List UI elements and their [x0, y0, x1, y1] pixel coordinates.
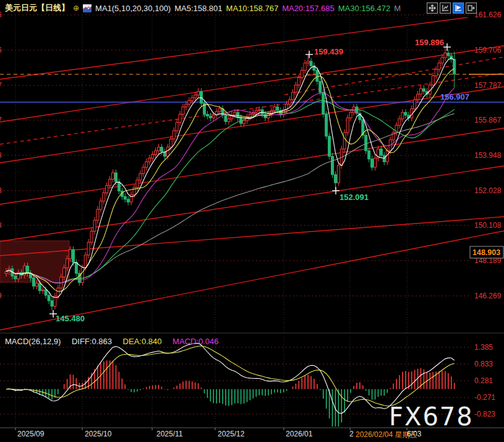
y-axis-label-left-fragment: 8	[0, 186, 2, 195]
candle	[69, 249, 72, 259]
candle	[349, 113, 352, 118]
candle	[112, 173, 114, 179]
chart-type-icon[interactable]	[83, 4, 92, 12]
axis-chart-icon[interactable]	[440, 2, 451, 14]
y-axis-label-left-fragment: 6	[0, 46, 2, 54]
axis-chart-selected-icon[interactable]	[453, 2, 464, 14]
candle	[212, 115, 215, 118]
candle	[182, 107, 184, 115]
candle	[258, 110, 260, 110]
candle	[444, 53, 446, 58]
candle	[152, 155, 154, 158]
candle	[72, 249, 74, 262]
y-axis-label: 153.948	[474, 151, 502, 160]
candle	[255, 111, 257, 113]
candle	[319, 81, 322, 92]
candle	[81, 268, 83, 283]
candle	[365, 136, 367, 151]
symbol-title: 美元日元【日线】	[5, 2, 69, 14]
candle	[41, 290, 44, 290]
candle	[142, 167, 145, 173]
candle	[453, 59, 456, 74]
candle	[441, 58, 443, 63]
trend-channel-line[interactable]	[0, 166, 504, 241]
x-axis-label: 2026/01	[286, 430, 312, 438]
trend-channel-line[interactable]	[0, 46, 504, 122]
candle	[179, 115, 181, 123]
candle	[249, 115, 251, 117]
candle	[35, 284, 38, 286]
candle	[447, 53, 450, 56]
move-crosshair-icon[interactable]	[427, 2, 438, 14]
candle	[27, 266, 29, 274]
candle	[273, 107, 276, 111]
ma5-value: MA5:158.801	[174, 4, 222, 13]
candle	[322, 92, 325, 114]
candle	[93, 220, 96, 232]
candle	[228, 119, 230, 121]
candle	[14, 276, 17, 279]
macd-axis-label: -0.823	[474, 410, 495, 418]
candle	[87, 242, 90, 255]
candle	[66, 259, 69, 268]
ma10-value: MA10:158.767	[226, 4, 279, 13]
price-annotation: 152.091	[340, 193, 369, 202]
candle	[234, 113, 236, 115]
candle	[176, 123, 178, 131]
price-annotation: 159.439	[314, 47, 343, 56]
candle	[325, 115, 328, 136]
candle	[438, 63, 440, 69]
y-axis-label-left-fragment: 9	[0, 292, 2, 300]
pin-icon[interactable]: ⊕	[73, 4, 79, 12]
candle	[243, 121, 246, 123]
y-axis-label-left-fragment: 8	[0, 221, 2, 230]
ma30-value: MA30:156.472	[338, 4, 391, 13]
candle	[194, 95, 197, 98]
candle	[301, 71, 303, 78]
trend-channel-line[interactable]	[0, 128, 504, 204]
candle	[334, 175, 336, 183]
candle	[346, 118, 349, 132]
candle	[297, 77, 300, 85]
x-axis-label: 2	[349, 430, 354, 438]
macd-hist-value: MACD:0.046	[173, 337, 218, 346]
candle	[32, 278, 35, 286]
price-macd-chart-canvas[interactable]: 161.6266159.7066157.7877155.8677153.9488…	[0, 0, 504, 442]
candle	[294, 85, 297, 92]
macd-legend: MACD(26,12,9) DIFF:0.863 DEA:0.840 MACD:…	[5, 337, 228, 346]
ma-params-label: MA1(5,10,20,30,100)	[95, 4, 171, 13]
candle	[343, 132, 346, 149]
y-axis-label: 152.028	[474, 186, 502, 195]
candle	[307, 61, 309, 63]
candle	[136, 180, 139, 188]
y-axis-label-left-fragment: 7	[0, 81, 2, 90]
candle	[331, 156, 334, 175]
trend-channel-line[interactable]	[0, 217, 504, 256]
y-axis-label: 150.108	[474, 221, 502, 230]
price-annotation: 159.896	[415, 38, 444, 47]
macd-axis-label: 0.281	[474, 376, 493, 385]
macd-dea-value: DEA:0.840	[123, 337, 162, 346]
candle	[188, 100, 190, 104]
macd-diff-value: DIFF:0.863	[72, 337, 112, 346]
candle	[103, 193, 105, 201]
candle	[218, 109, 221, 111]
candle	[398, 119, 401, 125]
y-axis-label-left-fragment: 7	[0, 116, 2, 124]
candle	[84, 255, 87, 268]
candle	[401, 113, 404, 119]
export-panel-icon[interactable]	[466, 2, 477, 14]
candle	[291, 92, 294, 100]
candle	[435, 69, 437, 76]
candle	[417, 94, 419, 100]
candle	[380, 149, 382, 155]
candle	[368, 151, 370, 159]
x-axis-label: 2025/09	[17, 430, 44, 438]
candle	[224, 115, 227, 121]
candle	[288, 100, 291, 104]
y-axis-label-left-fragment: 8	[0, 151, 2, 160]
candle	[166, 147, 169, 157]
trend-channel-line[interactable]	[0, 17, 468, 79]
candle	[106, 186, 108, 193]
candle	[38, 284, 41, 291]
